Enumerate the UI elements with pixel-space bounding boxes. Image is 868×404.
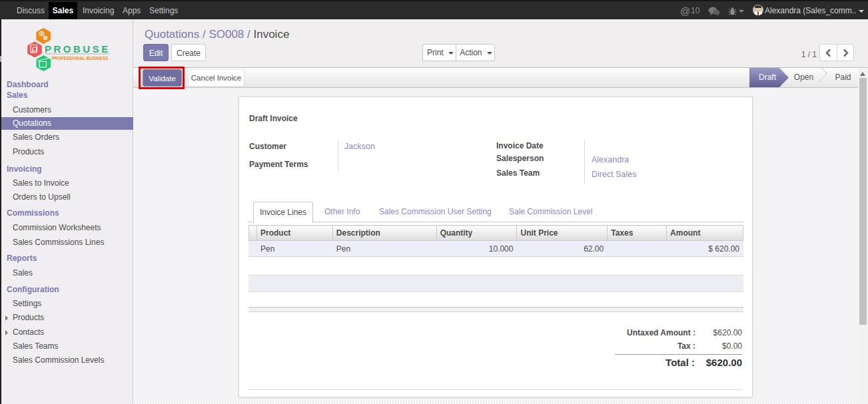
svg-text:PROFESSIONAL BUSINESS: PROFESSIONAL BUSINESS <box>52 56 109 61</box>
svg-text:PROBUSE: PROBUSE <box>45 43 111 55</box>
